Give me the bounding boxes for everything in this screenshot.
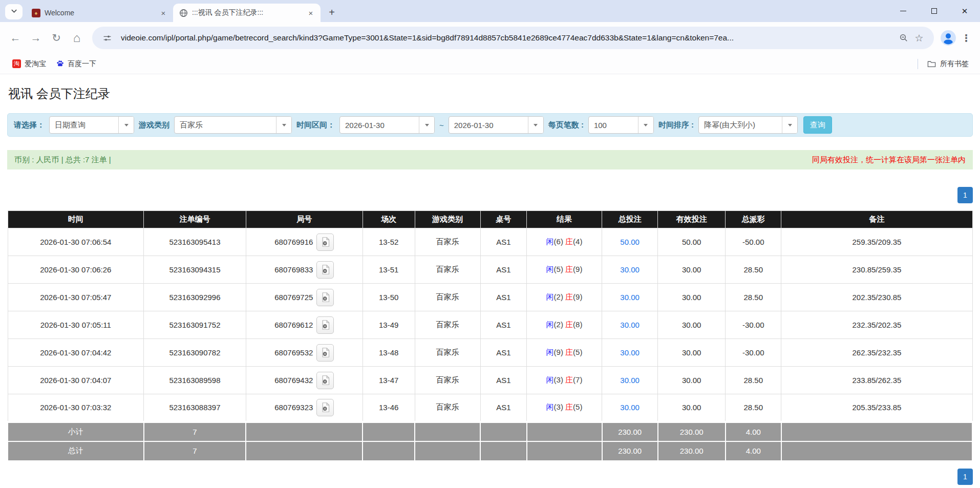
- close-tab-icon[interactable]: ×: [159, 8, 168, 17]
- chevron-down-icon[interactable]: [638, 117, 653, 133]
- total-bet-link[interactable]: 50.00: [620, 238, 640, 246]
- baidu-paw-icon: [56, 60, 64, 68]
- result-cell: 闲(3) 庄(7): [527, 367, 602, 394]
- back-button[interactable]: ←: [5, 28, 26, 48]
- page-1-button[interactable]: 1: [957, 187, 973, 203]
- player-score: (3): [554, 402, 566, 411]
- close-window-button[interactable]: ✕: [949, 0, 980, 22]
- player-result: 闲: [546, 402, 554, 411]
- bet-id-cell: 523163095413: [144, 228, 246, 256]
- bookmark-aitaobao[interactable]: 淘 爱淘宝: [7, 57, 51, 71]
- warning-note: 同局有效投注，统一计算在该局第一张注单内: [812, 155, 966, 165]
- zoom-indicator-icon[interactable]: [896, 30, 911, 46]
- table-number-cell: AS1: [480, 394, 526, 422]
- video-file-icon: [320, 402, 331, 413]
- result-cell: 闲(9) 庄(5): [527, 339, 602, 367]
- close-tab-icon[interactable]: ×: [306, 8, 315, 17]
- total-bet-cell: 50.00: [602, 228, 658, 256]
- player-score: (2): [554, 292, 566, 301]
- banker-score: (5): [573, 402, 582, 411]
- all-bookmarks-button[interactable]: 所有书签: [923, 57, 973, 71]
- video-replay-button[interactable]: [316, 399, 334, 416]
- column-header: 游戏类别: [415, 211, 480, 228]
- sort-label: 时间排序 :: [658, 120, 694, 130]
- date-to-select[interactable]: 2026-01-30: [449, 116, 544, 134]
- round-number: 680769323: [274, 403, 313, 412]
- page-size-select[interactable]: 100: [588, 116, 654, 134]
- new-tab-button[interactable]: +: [325, 5, 339, 19]
- bet-id-cell: 523163088397: [144, 394, 246, 422]
- tab-search-button[interactable]: [5, 4, 23, 19]
- tab-bet-records[interactable]: :::视讯 会员下注纪录::: ×: [173, 4, 321, 22]
- banker-score: (7): [573, 375, 582, 384]
- round-cell: 680769323: [246, 394, 363, 422]
- date-range-label: 时间区间：: [296, 120, 335, 130]
- chevron-down-icon[interactable]: [528, 117, 543, 133]
- total-bet-link[interactable]: 30.00: [620, 403, 640, 412]
- player-score: (5): [554, 265, 566, 273]
- browser-menu-button[interactable]: ⋮: [957, 29, 975, 47]
- url-text[interactable]: videoie.com/ipl/portal.php/game/betrecor…: [121, 33, 896, 43]
- empty-cell: [363, 422, 415, 441]
- bookmark-label: 百度一下: [68, 59, 96, 69]
- three-dots-icon: ⋮: [962, 32, 971, 44]
- chevron-down-icon[interactable]: [118, 117, 134, 133]
- bet-time-cell: 2026-01-30 07:04:07: [8, 367, 144, 394]
- video-replay-button[interactable]: [316, 316, 334, 334]
- banker-score: (8): [573, 320, 582, 329]
- video-replay-button[interactable]: [316, 344, 334, 362]
- column-header: 注单编号: [144, 211, 246, 228]
- tab-welcome[interactable]: ♠ Welcome ×: [26, 4, 173, 22]
- forward-button[interactable]: →: [26, 28, 46, 48]
- video-replay-button[interactable]: [316, 234, 334, 251]
- player-result: 闲: [546, 237, 554, 246]
- home-button[interactable]: ⌂: [67, 28, 87, 48]
- table-row: 2026-01-30 07:04:07523163089598680769432…: [8, 367, 972, 394]
- profile-avatar[interactable]: [939, 29, 957, 47]
- chevron-down-icon[interactable]: [419, 117, 434, 133]
- reload-button[interactable]: ↻: [46, 28, 67, 48]
- chevron-down-icon[interactable]: [276, 117, 291, 133]
- table-row: 2026-01-30 07:03:32523163088397680769323…: [8, 394, 972, 422]
- banker-result: 庄: [565, 375, 573, 384]
- video-replay-button[interactable]: [316, 372, 334, 389]
- address-bar[interactable]: videoie.com/ipl/portal.php/game/betrecor…: [92, 27, 934, 49]
- search-button[interactable]: 查询: [803, 116, 832, 134]
- bookmark-baidu[interactable]: 百度一下: [51, 57, 101, 71]
- totals-label-cell: 总计: [8, 441, 144, 461]
- sort-order-select[interactable]: 降幂(由大到小): [698, 116, 798, 134]
- result-cell: 闲(5) 庄(9): [527, 256, 602, 284]
- empty-cell: [527, 422, 602, 441]
- table-number-cell: AS1: [480, 367, 526, 394]
- maximize-button[interactable]: [919, 0, 949, 22]
- game-type-cell: 百家乐: [415, 394, 480, 422]
- totals-payout-cell: 4.00: [726, 422, 781, 441]
- total-bet-link[interactable]: 30.00: [620, 293, 640, 302]
- column-header: 结果: [527, 211, 602, 228]
- video-replay-button[interactable]: [316, 289, 334, 306]
- chevron-down-icon[interactable]: [782, 117, 797, 133]
- folder-icon: [927, 60, 936, 68]
- session-cell: 13-49: [363, 311, 415, 339]
- bookmark-star-icon[interactable]: ☆: [911, 30, 927, 46]
- column-header: 局号: [246, 211, 363, 228]
- total-bet-link[interactable]: 30.00: [620, 321, 640, 329]
- total-bet-cell: 30.00: [602, 284, 658, 311]
- table-row: 2026-01-30 07:05:11523163091752680769612…: [8, 311, 972, 339]
- currency-summary: 币别 : 人民币 | 总共 :7 注单 |: [14, 155, 111, 165]
- total-bet-link[interactable]: 30.00: [620, 348, 640, 357]
- total-bet-link[interactable]: 30.00: [620, 376, 640, 385]
- site-settings-icon[interactable]: [99, 30, 115, 46]
- date-from-select[interactable]: 2026-01-30: [339, 116, 435, 134]
- globe-icon: [179, 9, 188, 17]
- video-replay-button[interactable]: [316, 261, 334, 279]
- page-1-button[interactable]: 1: [957, 469, 973, 485]
- minimize-button[interactable]: [888, 0, 919, 22]
- total-bet-link[interactable]: 30.00: [620, 265, 640, 274]
- table-number-cell: AS1: [480, 228, 526, 256]
- game-type-select[interactable]: 百家乐: [174, 116, 292, 134]
- player-result: 闲: [546, 348, 554, 356]
- query-type-select[interactable]: 日期查询: [49, 116, 134, 134]
- home-icon: ⌂: [73, 31, 81, 45]
- total-bet-cell: 30.00: [602, 339, 658, 367]
